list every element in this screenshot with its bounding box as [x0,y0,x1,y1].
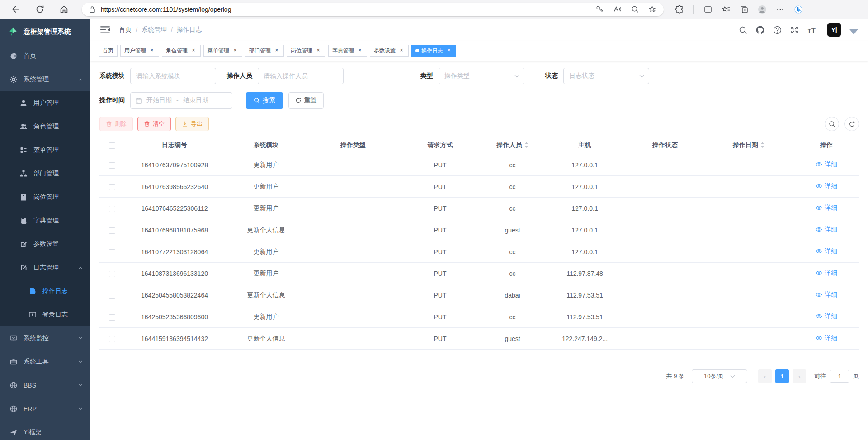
column-header[interactable]: 操作日期 [703,136,794,154]
more-icon[interactable] [776,5,784,14]
table-refresh-button[interactable] [844,117,859,131]
row-checkbox[interactable] [109,184,115,190]
split-screen-icon[interactable] [704,5,712,14]
sidebar-item-system-tools[interactable]: 系统工具 [0,350,90,374]
tab-dept-mgmt[interactable]: 部门管理× [245,45,284,57]
address-bar[interactable]: https://ccnetcore.com:1101/system/log/op… [82,3,664,16]
row-checkbox[interactable] [109,293,115,299]
chevron-down-icon[interactable] [849,28,858,36]
sidebar-item-role-mgmt[interactable]: 角色管理 [0,115,90,138]
sidebar-item-menu-mgmt[interactable]: 菜单管理 [0,138,90,162]
sidebar-item-system-mgmt[interactable]: 系统管理 [0,68,90,91]
tab-post-mgmt[interactable]: 岗位管理× [287,45,326,57]
close-icon[interactable]: × [446,47,452,54]
password-key-icon[interactable] [596,5,604,13]
close-icon[interactable]: × [190,47,197,54]
fullscreen-icon[interactable] [790,26,799,34]
detail-link[interactable]: 详细 [816,161,837,169]
current-page[interactable]: 1 [775,369,789,383]
tab-menu-mgmt[interactable]: 菜单管理× [203,45,242,57]
sidebar-item-bbs[interactable]: BBS [0,374,90,397]
collections-icon[interactable] [740,5,748,14]
sidebar-item-dept-mgmt[interactable]: 部门管理 [0,162,90,185]
page-size-select[interactable]: 10条/页 [692,369,747,383]
module-input[interactable] [130,68,216,84]
tab-oper-log[interactable]: 操作日志× [411,45,456,57]
row-checkbox[interactable] [109,336,115,342]
app-logo[interactable]: 意框架管理系统 [0,19,90,44]
date-range-picker[interactable]: 开始日期 - 结束日期 [130,92,232,109]
favorite-add-icon[interactable] [649,5,656,13]
row-checkbox[interactable] [109,314,115,321]
row-checkbox[interactable] [109,271,115,277]
sidebar-item-param-settings[interactable]: 参数设置 [0,232,90,256]
extensions-icon[interactable] [675,5,684,14]
select-all-checkbox[interactable] [109,142,115,149]
prev-page-button[interactable]: ‹ [758,369,772,383]
sidebar-item-erp[interactable]: ERP [0,397,90,421]
reset-button[interactable]: 重置 [288,92,324,109]
sidebar-item-post-mgmt[interactable]: 岗位管理 [0,185,90,209]
column-header[interactable]: 操作人员 [482,136,543,154]
tab-role-mgmt[interactable]: 角色管理× [162,45,201,57]
close-icon[interactable]: × [274,47,280,54]
delete-button[interactable]: 删除 [99,117,133,131]
export-button[interactable]: 导出 [175,117,209,131]
row-checkbox[interactable] [109,249,115,255]
github-icon[interactable] [756,26,764,34]
favorites-bar-icon[interactable] [722,5,730,14]
sidebar-item-home[interactable]: 首页 [0,44,90,68]
close-icon[interactable]: × [232,47,238,54]
help-icon[interactable] [773,26,782,34]
sidebar-item-system-monitor[interactable]: 系统监控 [0,326,90,350]
tab-user-mgmt[interactable]: 用户管理× [120,45,159,57]
sidebar-item-yi-framework[interactable]: Yi框架 [0,421,90,440]
sidebar-item-login-log[interactable]: 登录日志 [0,303,90,326]
breadcrumb-item[interactable]: 首页 [119,26,132,34]
detail-link[interactable]: 详细 [816,291,837,299]
table-search-button[interactable] [825,117,839,131]
home-icon[interactable] [60,5,68,14]
menu-fold-icon[interactable] [100,26,110,34]
detail-link[interactable]: 详细 [816,334,837,342]
status-select[interactable]: 日志状态 [563,68,649,84]
sort-icon[interactable] [760,142,764,148]
sort-icon[interactable] [524,142,528,148]
close-icon[interactable]: × [149,47,155,54]
detail-link[interactable]: 详细 [816,247,837,255]
type-select[interactable]: 操作类型 [439,68,524,84]
detail-link[interactable]: 详细 [816,312,837,321]
refresh-icon[interactable] [36,5,44,14]
tab-param-settings[interactable]: 参数设置× [370,45,409,57]
close-icon[interactable]: × [315,47,321,54]
back-icon[interactable] [12,5,20,14]
row-checkbox[interactable] [109,227,115,234]
font-size-icon[interactable]: тT [807,26,816,34]
sidebar-item-oper-log[interactable]: 操作日志 [0,279,90,303]
detail-link[interactable]: 详细 [816,182,837,190]
sidebar-item-dict-mgmt[interactable]: 字典管理 [0,209,90,232]
detail-link[interactable]: 详细 [816,204,837,212]
close-icon[interactable]: × [398,47,405,54]
clear-button[interactable]: 清空 [137,117,171,131]
sidebar-item-log-mgmt[interactable]: 日志管理 [0,256,90,279]
bing-chat-icon[interactable] [794,5,802,14]
row-checkbox[interactable] [109,162,115,169]
close-icon[interactable]: × [357,47,363,54]
sidebar-item-user-mgmt[interactable]: 用户管理 [0,91,90,115]
detail-link[interactable]: 详细 [816,226,837,234]
profile-avatar[interactable] [758,5,766,14]
operator-input[interactable] [258,68,344,84]
tab-home[interactable]: 首页 [99,45,118,57]
next-page-button[interactable]: › [793,369,806,383]
detail-link[interactable]: 详细 [816,269,837,277]
row-checkbox[interactable] [109,206,115,212]
user-logo[interactable]: Yj [827,23,841,37]
breadcrumb-item[interactable]: 系统管理 [142,26,167,34]
goto-page-input[interactable] [830,370,849,383]
tab-dict-mgmt[interactable]: 字典管理× [328,45,367,57]
read-aloud-icon[interactable] [613,5,621,13]
search-icon[interactable] [739,26,747,34]
search-button[interactable]: 搜索 [246,92,283,109]
zoom-out-icon[interactable] [631,5,639,13]
